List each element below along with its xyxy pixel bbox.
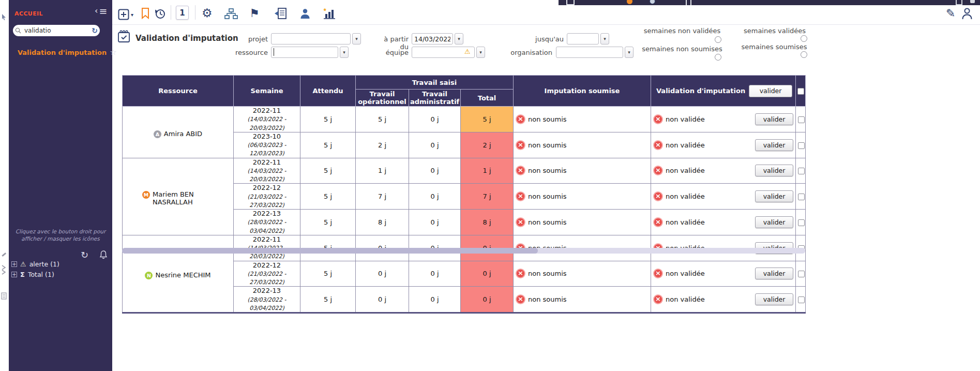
- tray-icon[interactable]: [970, 0, 975, 3]
- warning-icon: ⚠: [464, 48, 471, 55]
- monitor-icon[interactable]: [566, 0, 575, 5]
- new-item-button[interactable]: ▾: [118, 9, 129, 22]
- app-icon[interactable]: [650, 0, 655, 4]
- week-cell: 2022-13 (28/03/2022 - 03/04/2022): [234, 210, 300, 235]
- rail-pencil-icon[interactable]: [1, 252, 7, 258]
- imputation-soumise-cell: ×non soumis: [514, 107, 651, 132]
- ressource-dropdown-button[interactable]: ▾: [340, 47, 349, 58]
- projet-dropdown-button[interactable]: ▾: [352, 33, 361, 44]
- row-checkbox[interactable]: [798, 116, 805, 123]
- sidebar: ACCUEIL ‹ ≡ ↻ Validation d'imputation ☆ …: [9, 0, 112, 371]
- horizontal-scrollbar[interactable]: [122, 248, 805, 254]
- settings-gear-icon[interactable]: ⚙: [202, 6, 213, 20]
- validation-header-label: Validation d'imputation: [656, 87, 745, 95]
- row-checkbox[interactable]: [798, 271, 805, 277]
- sidebar-item-alerte[interactable]: + ⚠ alerte (1): [11, 260, 59, 268]
- sidebar-item-total[interactable]: + Σ Total (1): [11, 271, 54, 278]
- expand-plus-icon[interactable]: +: [11, 261, 17, 267]
- imputation-soumise-cell: ×non soumis: [514, 184, 651, 210]
- validation-status-text: non validée: [666, 167, 705, 174]
- phone-icon[interactable]: [686, 0, 691, 5]
- semaine-header: Semaine: [234, 76, 300, 107]
- select-all-checkbox[interactable]: [797, 88, 804, 95]
- chevron-down-icon[interactable]: ▾: [131, 12, 133, 18]
- page-number-box[interactable]: 1: [176, 6, 189, 20]
- organisation-dropdown-button[interactable]: ▾: [625, 47, 634, 58]
- sync-icon[interactable]: ↻: [81, 249, 88, 260]
- header-valider-button[interactable]: valider: [749, 85, 792, 97]
- rail-document-icon[interactable]: [1, 292, 7, 300]
- equipe-label: équipe: [368, 49, 409, 56]
- collapse-sidebar-button[interactable]: ‹ ≡: [95, 7, 107, 15]
- pointer-icon[interactable]: [1, 13, 7, 20]
- bell-icon[interactable]: [99, 250, 108, 259]
- search-icon: [15, 27, 21, 34]
- search-refresh-icon[interactable]: ↻: [92, 26, 98, 35]
- statistics-button[interactable]: [323, 7, 336, 22]
- not-validated-icon: ×: [653, 294, 663, 304]
- travail-operationnel-cell: 1 j: [356, 158, 409, 184]
- search-input[interactable]: [23, 26, 86, 35]
- projet-input[interactable]: [271, 33, 351, 44]
- row-valider-button[interactable]: valider: [755, 216, 793, 228]
- semaines-non-validees-radio[interactable]: [715, 36, 721, 43]
- bookmark-button[interactable]: [140, 7, 150, 22]
- not-submitted-icon: ×: [516, 269, 525, 278]
- semaines-validees-radio[interactable]: [801, 35, 807, 42]
- scrollbar-thumb[interactable]: [122, 248, 538, 254]
- date-fin-input[interactable]: [567, 33, 599, 44]
- favorite-star-icon[interactable]: ☆: [110, 48, 116, 57]
- profile-button[interactable]: [961, 7, 973, 22]
- browser-icon[interactable]: [627, 0, 632, 4]
- row-valider-button[interactable]: valider: [755, 165, 793, 176]
- row-checkbox[interactable]: [798, 168, 805, 174]
- total-header: Total: [461, 90, 514, 107]
- row-valider-button[interactable]: valider: [755, 293, 793, 305]
- row-valider-button[interactable]: valider: [755, 113, 793, 125]
- semaines-non-soumises-label: semaines non soumises: [641, 45, 723, 53]
- semaines-non-soumises-radio[interactable]: [715, 54, 721, 61]
- imputation-soumise-header: Imputation soumise: [514, 76, 651, 107]
- semaines-soumises-label: semaines soumises: [740, 43, 809, 51]
- row-checkbox[interactable]: [798, 219, 805, 226]
- equipe-dropdown-button[interactable]: ▾: [476, 47, 485, 58]
- expand-plus-icon[interactable]: +: [11, 272, 17, 277]
- text-caret: [274, 48, 274, 56]
- toolbar-separator: [195, 5, 195, 20]
- not-validated-icon: ×: [653, 217, 663, 227]
- validation-cell: ×non validéevalider: [651, 107, 796, 132]
- organisation-input[interactable]: [556, 47, 623, 58]
- flag-icon[interactable]: ⚑: [249, 7, 260, 20]
- user-button[interactable]: [299, 8, 311, 21]
- sidebar-item-validation-imputation[interactable]: Validation d'imputation ☆: [9, 46, 112, 59]
- not-submitted-icon: ×: [516, 140, 525, 150]
- history-button[interactable]: [154, 8, 167, 22]
- jusquau-label: jusqu'au: [529, 35, 564, 43]
- row-checkbox[interactable]: [798, 142, 805, 149]
- accueil-link[interactable]: ACCUEIL: [14, 10, 43, 17]
- page-title: Validation d'imputation: [135, 34, 238, 43]
- report-button[interactable]: [275, 8, 287, 21]
- validation-cell: ×non validéevalider: [651, 210, 796, 235]
- not-validated-icon: ×: [653, 140, 663, 150]
- tray-icon[interactable]: [956, 0, 962, 5]
- semaines-soumises-radio[interactable]: [801, 51, 807, 58]
- plus-square-icon: [118, 9, 129, 20]
- row-valider-button[interactable]: valider: [755, 268, 793, 279]
- week-cell: 2022-12 (21/03/2022 - 27/03/2022): [234, 184, 300, 210]
- date-debut-dropdown-button[interactable]: ▾: [455, 33, 463, 44]
- validation-cell: ×non validéevalider: [651, 158, 796, 184]
- row-valider-button[interactable]: valider: [755, 139, 793, 151]
- soumise-status-text: non soumis: [528, 192, 567, 200]
- org-chart-button[interactable]: [224, 8, 238, 21]
- row-checkbox[interactable]: [798, 194, 805, 200]
- date-fin-dropdown-button[interactable]: ▾: [600, 33, 609, 44]
- row-checkbox[interactable]: [798, 296, 805, 303]
- date-debut-input[interactable]: [412, 33, 453, 44]
- travail-operationnel-cell: 2 j: [356, 132, 409, 158]
- ressource-input[interactable]: [271, 47, 338, 58]
- edit-pencil-icon[interactable]: ✎: [946, 7, 955, 20]
- rail-chevrons-icon[interactable]: [1, 264, 7, 275]
- table-header-row: Ressource Semaine Attendu Travail saisi …: [123, 76, 806, 90]
- row-valider-button[interactable]: valider: [755, 190, 793, 202]
